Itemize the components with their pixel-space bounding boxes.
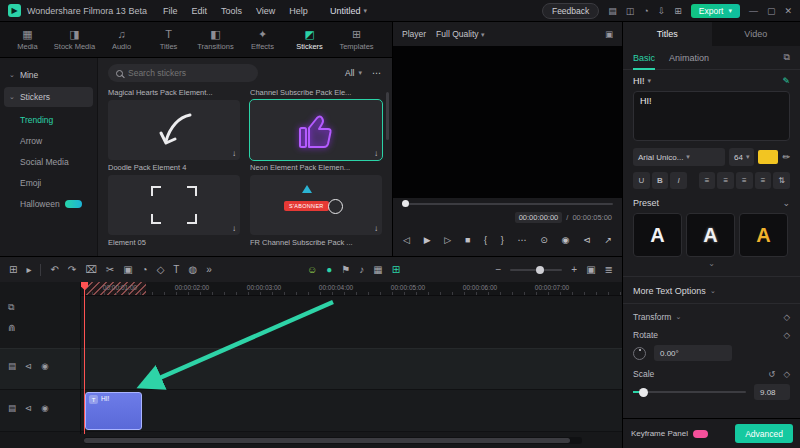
download-icon[interactable]: ↓ [232,224,236,233]
underline-button[interactable]: U [633,172,650,189]
updates-icon[interactable]: ⇩ [658,6,666,16]
sticker-thumb-neon-thumbsup[interactable]: ↓ [250,100,382,160]
track-manager-button[interactable]: ≣ [605,264,613,275]
scale-value-input[interactable]: 9.08 [754,384,790,400]
search-box[interactable] [108,64,258,82]
preset-thumbnail-3[interactable]: A [739,213,788,257]
align-left-button[interactable]: ≡ [699,172,716,189]
crop-button[interactable]: ▣ [123,264,132,275]
track-options-icon[interactable]: ▤ [8,403,16,413]
preset-thumbnail-2[interactable]: A [686,213,735,257]
tab-media[interactable]: ▦Media [4,29,51,51]
more-text-options-label[interactable]: More Text Options [633,286,706,296]
tab-audio[interactable]: ♫Audio [98,29,145,51]
fullscreen-button[interactable]: ↗ [604,235,612,245]
redo-button[interactable]: ↷ [68,264,76,275]
minimize-button[interactable]: — [749,6,758,16]
sidebar-item-trending[interactable]: Trending [0,109,97,130]
marker-button[interactable]: ⚑ [341,264,350,275]
scale-slider-handle[interactable] [639,388,648,397]
more-options-button[interactable]: ⋯ [518,235,527,245]
manage-tracks-icon[interactable]: ⧉ [8,302,16,313]
mute-track-icon[interactable]: ⊲ [25,403,32,413]
sticker-thumb-frame[interactable]: ↓ [108,175,240,235]
voiceover-button[interactable]: ♪ [359,264,364,275]
seek-bar[interactable] [393,198,622,210]
track-options-icon[interactable]: ▤ [8,361,16,371]
track-lane-1[interactable] [0,348,622,390]
preset-thumbnail-1[interactable]: A [633,213,682,257]
horizontal-scrollbar[interactable] [84,437,582,444]
display-settings-icon[interactable]: ▣ [605,29,613,39]
rotate-knob[interactable] [633,347,646,360]
pointer-tool-icon[interactable]: ▸ [26,264,31,275]
more-options-icon[interactable]: ⋯ [372,68,382,78]
hide-track-icon[interactable]: ◉ [41,361,48,371]
play-button[interactable]: ▶ [424,235,431,245]
title-clip[interactable]: T HI! [85,392,142,430]
advanced-button[interactable]: Advanced [735,424,793,443]
scrollbar-thumb[interactable] [84,438,570,443]
scale-reset-icon[interactable]: ↺ [768,369,775,379]
eyedropper-icon[interactable]: ✏ [782,152,790,162]
rotate-value-input[interactable]: 0.00° [654,345,732,361]
zoom-in-button[interactable]: + [571,264,577,275]
sidebar-item-mine[interactable]: ⌄Mine [0,64,97,85]
download-icon[interactable]: ↓ [232,149,236,158]
align-right-button[interactable]: ≡ [736,172,753,189]
render-button[interactable]: ⊞ [392,264,400,275]
sticker-thumb-doodle-arrow[interactable]: ↓ [108,100,240,160]
align-center-button[interactable]: ≡ [717,172,734,189]
vertical-text-button[interactable]: ⇅ [773,172,790,189]
menu-file[interactable]: File [163,6,178,16]
tab-transitions[interactable]: ◧Transitions [192,29,239,51]
font-family-dropdown[interactable]: Arial Unico... ▾ [633,148,725,166]
quality-dropdown[interactable]: Full Quality ▾ [436,29,484,39]
subtab-basic[interactable]: Basic [633,46,655,70]
stop-button[interactable]: ■ [465,235,470,245]
speed-button[interactable]: ◔ [142,264,148,275]
display-mode-icon[interactable]: ◫ [626,6,635,16]
previous-frame-button[interactable]: ◁ [403,235,410,245]
rotate-keyframe-icon[interactable]: ◇ [783,330,790,340]
next-frame-button[interactable]: ▷ [444,235,451,245]
camera-button[interactable]: ◉ [562,235,570,245]
text-tool-button[interactable]: T [173,264,179,275]
bold-button[interactable]: B [652,172,669,189]
layout-icon[interactable]: ▤ [608,6,617,16]
tab-titles-properties[interactable]: Titles [623,22,712,46]
menu-tools[interactable]: Tools [221,6,242,16]
zoom-slider-handle[interactable] [536,266,544,274]
edit-text-icon[interactable]: ✎ [782,76,790,86]
tab-templates[interactable]: ⊞Templates [333,29,380,51]
transform-section-label[interactable]: Transform [633,312,671,322]
mosaic-button[interactable]: ▦ [373,264,382,275]
subtab-animation[interactable]: Animation [669,46,709,70]
tab-stickers[interactable]: ◩Stickers [286,29,333,51]
sidebar-item-halloween[interactable]: Halloween [0,193,97,214]
sticker-thumb-subscribe[interactable]: S'ABONNER ↓ [250,175,382,235]
download-icon[interactable]: ↓ [374,149,378,158]
hide-track-icon[interactable]: ◉ [41,403,48,413]
filter-dropdown[interactable]: All ▾ [345,68,362,78]
playhead[interactable] [84,282,85,434]
undo-button[interactable]: ↶ [50,264,58,275]
sidebar-item-arrow[interactable]: Arrow [0,130,97,151]
chroma-key-button[interactable]: ◍ [188,264,197,275]
emoji-button[interactable]: ☺ [307,264,317,275]
tab-effects[interactable]: ✦Effects [239,29,286,51]
tab-stock-media[interactable]: ◨Stock Media [51,29,98,51]
export-button[interactable]: Export ▾ [691,4,740,18]
timeline-ruler[interactable]: 00:00:01:00 00:00:02:00 00:00:03:00 00:0… [80,282,622,296]
download-icon[interactable]: ↓ [374,224,378,233]
sidebar-item-stickers[interactable]: ⌄Stickers [4,87,93,107]
chevron-down-icon[interactable]: ⌄ [782,198,790,208]
font-color-swatch[interactable] [758,150,778,164]
more-tools-button[interactable]: » [206,264,212,275]
video-preview[interactable] [393,46,622,198]
sidebar-item-social-media[interactable]: Social Media [0,151,97,172]
mark-in-button[interactable]: { [484,235,487,245]
mark-out-button[interactable]: } [501,235,504,245]
zoom-slider[interactable] [510,269,562,271]
italic-button[interactable]: I [670,172,687,189]
